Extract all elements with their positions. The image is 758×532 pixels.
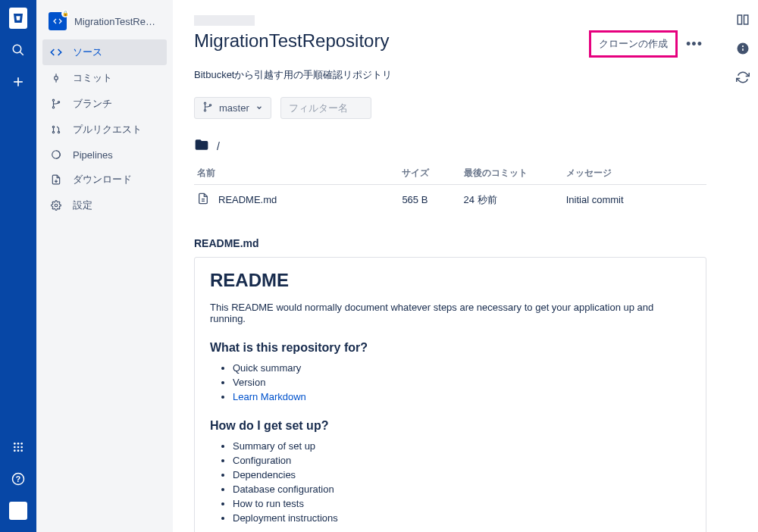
- readme-preview: README This README would normally docume…: [194, 257, 706, 532]
- svg-point-7: [14, 446, 16, 449]
- branch-icon: [50, 98, 62, 110]
- info-icon[interactable]: [735, 41, 750, 56]
- svg-point-27: [204, 102, 205, 104]
- nav-item-branches[interactable]: ブランチ: [36, 91, 173, 117]
- search-icon[interactable]: [9, 41, 27, 59]
- sync-icon[interactable]: [735, 70, 750, 85]
- file-message: Initial commit: [563, 185, 706, 215]
- col-size: サイズ: [399, 162, 460, 185]
- commits-icon: [50, 72, 62, 84]
- svg-point-36: [742, 45, 744, 47]
- right-rail: [728, 0, 758, 532]
- nav-label: 設定: [73, 199, 92, 212]
- svg-line-1: [20, 52, 23, 55]
- nav-item-source[interactable]: ソース: [42, 39, 167, 65]
- file-name-text: README.md: [218, 194, 277, 205]
- nav-item-settings[interactable]: 設定: [36, 192, 173, 218]
- nav-label: ダウンロード: [73, 173, 132, 186]
- chevron-down-icon: [255, 102, 263, 114]
- readme-list-item: Quick summary: [233, 362, 691, 374]
- path-breadcrumb: /: [194, 137, 706, 155]
- readme-list-item: Configuration: [233, 455, 691, 466]
- col-lastcommit: 最後のコミット: [461, 162, 563, 185]
- readme-list-item: How to run tests: [233, 498, 691, 509]
- lock-icon: 🔒: [61, 10, 69, 17]
- svg-point-10: [14, 449, 16, 452]
- bitbucket-logo[interactable]: [9, 9, 27, 27]
- path-segment: /: [217, 140, 220, 152]
- more-actions-button[interactable]: •••: [682, 32, 706, 56]
- branch-selector[interactable]: master: [194, 97, 271, 119]
- create-icon[interactable]: [9, 73, 27, 91]
- readme-filename: README.md: [194, 237, 706, 249]
- readme-list-item: Dependencies: [233, 469, 691, 480]
- nav-label: プルリクエスト: [73, 123, 142, 136]
- file-size: 565 B: [399, 185, 460, 215]
- svg-point-5: [17, 443, 20, 445]
- svg-point-4: [14, 443, 16, 445]
- repo-icon: 🔒: [49, 12, 67, 30]
- nav-item-pipelines[interactable]: Pipelines: [36, 142, 173, 167]
- svg-point-9: [20, 446, 23, 449]
- svg-text:?: ?: [16, 474, 20, 483]
- filter-input[interactable]: [280, 97, 371, 119]
- col-message: メッセージ: [563, 162, 706, 185]
- svg-point-0: [13, 45, 21, 53]
- readme-section-heading: What is this repository for?: [210, 341, 691, 355]
- nav-label: ブランチ: [73, 97, 112, 111]
- expand-panel-icon[interactable]: [735, 12, 750, 27]
- svg-point-22: [52, 131, 54, 133]
- main-content: MigrationTestRepository クローンの作成 ••• Bitb…: [173, 0, 728, 532]
- folder-icon: [194, 137, 209, 155]
- repo-sidebar: 🔒 MigrationTestReposit... ソース コミット ブランチ …: [36, 0, 173, 532]
- svg-point-12: [20, 449, 23, 452]
- readme-h1: README: [210, 270, 691, 291]
- file-icon: [197, 192, 209, 207]
- repo-description: Bitbucketから引越す用の手順確認リポジトリ: [194, 68, 706, 82]
- source-icon: [50, 46, 62, 58]
- nav-label: コミット: [73, 71, 112, 85]
- readme-link[interactable]: Learn Markdown: [233, 391, 306, 402]
- svg-point-28: [204, 110, 205, 111]
- profile-avatar[interactable]: [9, 502, 27, 520]
- breadcrumb-redacted: [194, 15, 255, 26]
- sidebar-repo-header[interactable]: 🔒 MigrationTestReposit...: [36, 9, 173, 39]
- branch-icon: [202, 102, 213, 114]
- svg-point-23: [58, 131, 59, 133]
- svg-rect-33: [744, 15, 748, 24]
- readme-list-item: Summary of set up: [233, 440, 691, 452]
- svg-point-21: [52, 126, 54, 127]
- pullrequest-icon: [50, 124, 62, 136]
- readme-section-heading: How do I get set up?: [210, 419, 691, 433]
- svg-point-6: [20, 443, 23, 445]
- clone-button[interactable]: クローンの作成: [589, 30, 678, 58]
- nav-item-commits[interactable]: コミット: [36, 65, 173, 91]
- file-lastcommit: 24 秒前: [461, 185, 563, 215]
- svg-point-19: [52, 107, 54, 108]
- table-row[interactable]: README.md 565 B 24 秒前 Initial commit: [194, 185, 706, 215]
- readme-list-item: Version: [233, 377, 691, 388]
- svg-point-18: [52, 99, 54, 101]
- global-nav-rail: ?: [0, 0, 36, 532]
- svg-point-8: [17, 446, 20, 449]
- download-icon: [50, 174, 62, 186]
- branch-name: master: [219, 102, 249, 114]
- svg-point-11: [17, 449, 20, 452]
- col-name: 名前: [194, 162, 399, 185]
- readme-intro: This README would normally document what…: [210, 302, 691, 324]
- file-table: 名前 サイズ 最後のコミット メッセージ README.md 565 B 24 …: [194, 162, 706, 214]
- nav-item-pullrequests[interactable]: プルリクエスト: [36, 117, 173, 142]
- readme-list-item: Database configuration: [233, 483, 691, 495]
- help-icon[interactable]: ?: [9, 470, 27, 488]
- nav-label: ソース: [73, 45, 102, 59]
- sidebar-repo-name: MigrationTestReposit...: [74, 16, 161, 27]
- svg-rect-32: [738, 15, 741, 24]
- nav-item-downloads[interactable]: ダウンロード: [36, 167, 173, 192]
- pipelines-icon: [50, 149, 62, 161]
- svg-point-26: [55, 204, 58, 207]
- readme-list-item: Learn Markdown: [233, 391, 691, 402]
- apps-icon[interactable]: [9, 438, 27, 456]
- repo-title: MigrationTestRepository: [194, 30, 389, 52]
- svg-point-15: [55, 77, 58, 80]
- readme-list-item: Deployment instructions: [233, 512, 691, 524]
